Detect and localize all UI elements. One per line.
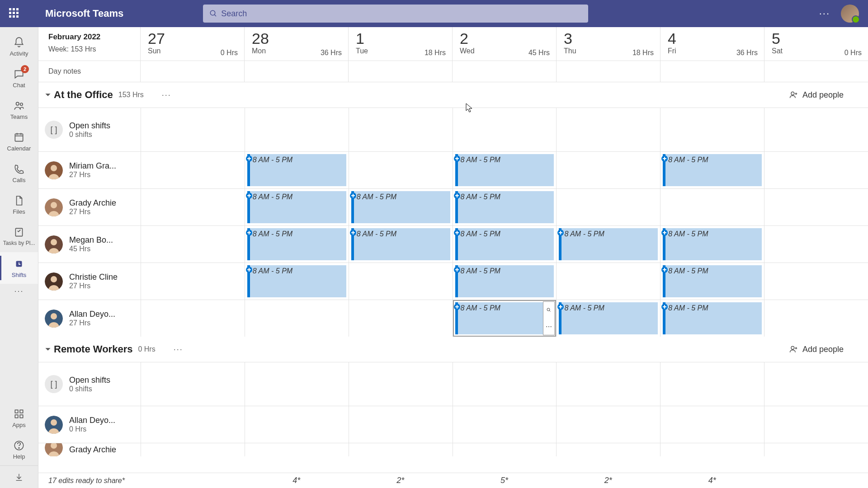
empty-shift-cell[interactable] [453,443,557,456]
empty-shift-cell[interactable] [245,362,349,406]
shift[interactable]: 8 AM - 5 PM [455,265,554,297]
shift-cell[interactable]: 8 AM - 5 PM [245,263,349,300]
empty-shift-cell[interactable] [141,406,245,443]
empty-shift-cell[interactable] [349,406,453,443]
shift[interactable]: 8 AM - 5 PM [663,228,762,260]
empty-shift-cell[interactable] [764,152,868,188]
empty-shift-cell[interactable] [349,300,453,337]
shift-more-icon[interactable]: ⋯ [543,319,554,335]
person-avatar[interactable] [45,272,63,291]
shift-cell[interactable]: 8 AM - 5 PM [245,152,349,188]
empty-shift-cell[interactable] [141,108,245,151]
person-cell[interactable]: [ ]Open shifts0 shifts [38,362,141,406]
person-avatar[interactable] [45,416,63,434]
collapse-icon[interactable] [45,92,51,98]
person-cell[interactable]: [ ]Open shifts0 shifts [38,108,141,151]
day-header[interactable]: 28Mon36 Hrs [245,27,349,61]
shift[interactable]: 8 AM - 5 PM [351,191,450,223]
user-avatar[interactable] [841,5,859,23]
shift[interactable]: 8 AM - 5 PM [455,228,554,260]
empty-shift-cell[interactable] [556,108,660,151]
search-box[interactable] [203,5,588,23]
empty-shift-cell[interactable] [141,300,245,337]
day-header[interactable]: 3Thu18 Hrs [557,27,660,61]
add-people-button[interactable]: Add people [789,345,844,354]
empty-shift-cell[interactable] [764,189,868,225]
person-cell[interactable]: Allan Deyo...0 Hrs [38,406,141,443]
group-more-icon[interactable]: ··· [157,89,176,102]
person-cell[interactable]: Grady Archie [38,443,141,456]
day-note-cell[interactable] [141,61,245,82]
empty-shift-cell[interactable] [141,152,245,188]
day-header[interactable]: 4Fri36 Hrs [660,27,764,61]
group-more-icon[interactable]: ··· [169,343,188,356]
empty-shift-cell[interactable] [764,443,868,456]
shift[interactable]: 8 AM - 5 PM [455,191,554,223]
search-input[interactable] [221,9,582,19]
shift[interactable]: 8 AM - 5 PM [247,191,346,223]
empty-shift-cell[interactable] [245,300,349,337]
empty-shift-cell[interactable] [141,443,245,456]
shift[interactable]: 8 AM - 5 PM [247,265,346,297]
empty-shift-cell[interactable] [453,406,557,443]
empty-shift-cell[interactable] [349,152,453,188]
empty-shift-cell[interactable] [349,108,453,151]
day-note-cell[interactable] [660,61,764,82]
rail-download[interactable] [0,465,38,488]
empty-shift-cell[interactable] [764,226,868,263]
shift[interactable]: 8 AM - 5 PM [247,228,346,260]
shift-cell[interactable]: 8 AM - 5 PM [660,263,764,300]
person-cell[interactable]: Megan Bo...45 Hrs [38,226,141,263]
shift[interactable]: 8 AM - 5 PM [663,154,762,186]
empty-shift-cell[interactable] [556,263,660,300]
empty-shift-cell[interactable] [556,362,660,406]
person-cell[interactable]: Christie Cline27 Hrs [38,263,141,300]
shift-cell[interactable]: 8 AM - 5 PM [660,152,764,188]
empty-shift-cell[interactable] [245,406,349,443]
shift-cell[interactable]: 8 AM - 5 PM [556,300,660,337]
day-note-cell[interactable] [245,61,349,82]
empty-shift-cell[interactable] [556,189,660,225]
shift-cell[interactable]: 8 AM - 5 PM [349,189,453,225]
empty-shift-cell[interactable] [660,406,764,443]
shift[interactable]: 8 AM - 5 PM [247,154,346,186]
empty-shift-cell[interactable] [141,362,245,406]
shift[interactable]: 8 AM - 5 PM [663,302,762,334]
shift[interactable]: 8 AM - 5 PM [351,228,450,260]
rail-more-icon[interactable]: ··· [14,286,24,296]
person-avatar[interactable] [45,161,63,179]
rail-shifts[interactable]: Shifts [0,252,38,284]
shift-cell[interactable]: 8 AM - 5 PM [245,189,349,225]
empty-shift-cell[interactable] [349,362,453,406]
day-note-cell[interactable] [557,61,660,82]
collapse-icon[interactable] [45,346,51,352]
person-cell[interactable]: Allan Deyo...27 Hrs [38,300,141,337]
shift[interactable]: 8 AM - 5 PM [559,228,658,260]
shift-cell[interactable]: 8 AM - 5 PM [453,263,557,300]
rail-tasks[interactable]: Tasks by Pl... [0,221,38,252]
shift[interactable]: 8 AM - 5 PM [663,265,762,297]
shift-details-icon[interactable] [543,302,554,319]
person-avatar[interactable] [45,235,63,253]
empty-shift-cell[interactable] [556,152,660,188]
shift-cell[interactable]: 8 AM - 5 PM [453,152,557,188]
shift-cell[interactable]: 8 AM - 5 PM⋯ [453,300,557,337]
person-avatar[interactable] [45,310,63,328]
shift[interactable]: 8 AM - 5 PM [455,154,554,186]
day-note-cell[interactable] [764,61,868,82]
empty-shift-cell[interactable] [556,443,660,456]
empty-shift-cell[interactable] [349,443,453,456]
empty-shift-cell[interactable] [141,189,245,225]
empty-shift-cell[interactable] [764,108,868,151]
shift[interactable]: 8 AM - 5 PM [559,302,658,334]
empty-shift-cell[interactable] [660,443,764,456]
rail-files[interactable]: Files [0,189,38,221]
person-cell[interactable]: Grady Archie27 Hrs [38,189,141,225]
empty-shift-cell[interactable] [764,263,868,300]
empty-shift-cell[interactable] [556,406,660,443]
day-note-cell[interactable] [349,61,453,82]
empty-shift-cell[interactable] [660,362,764,406]
shift-cell[interactable]: 8 AM - 5 PM [349,226,453,263]
rail-teams[interactable]: Teams [0,94,38,126]
empty-shift-cell[interactable] [141,263,245,300]
